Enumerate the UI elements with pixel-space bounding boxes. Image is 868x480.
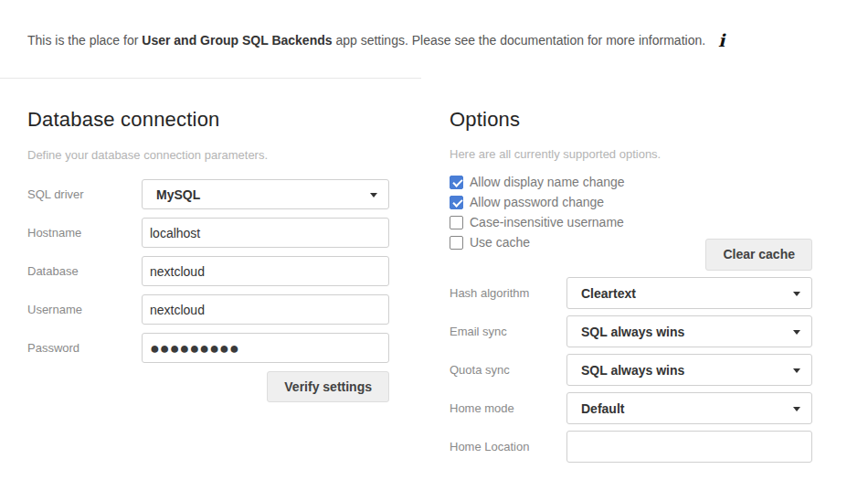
password-label: Password	[27, 341, 142, 355]
chevron-down-icon	[370, 193, 377, 197]
chevron-down-icon	[793, 368, 800, 373]
options-section: Options Here are all currently supported…	[450, 108, 812, 469]
hostname-input[interactable]	[142, 218, 389, 248]
hostname-row: Hostname	[27, 218, 389, 248]
options-form: Hash algorithm Cleartext Email sync SQL …	[450, 277, 812, 463]
database-label: Database	[27, 264, 142, 278]
verify-settings-row: Verify settings	[27, 371, 389, 402]
email-sync-label: Email sync	[450, 325, 566, 338]
checkbox-label: Case-insensitive username	[470, 215, 624, 229]
database-input[interactable]	[142, 256, 389, 286]
chevron-down-icon	[793, 330, 800, 335]
checkbox-label: Use cache	[470, 235, 530, 250]
home-mode-select[interactable]: Default	[566, 392, 812, 424]
hash-algorithm-label: Hash algorithm	[450, 286, 566, 300]
checkbox-icon[interactable]	[450, 176, 463, 189]
email-sync-select[interactable]: SQL always wins	[566, 315, 812, 347]
hash-algorithm-row: Hash algorithm Cleartext	[450, 277, 812, 309]
username-row: Username	[27, 294, 389, 325]
app-description: This is the place for User and Group SQL…	[27, 32, 777, 49]
quota-sync-row: Quota sync SQL always wins	[450, 354, 812, 386]
checkbox-icon[interactable]	[450, 196, 463, 209]
checkbox-icon[interactable]	[450, 236, 463, 250]
hash-algorithm-value: Cleartext	[581, 286, 636, 301]
chevron-down-icon	[793, 407, 800, 411]
clear-cache-button[interactable]: Clear cache	[705, 239, 812, 271]
verify-settings-button[interactable]: Verify settings	[267, 371, 389, 402]
username-label: Username	[27, 303, 142, 316]
hostname-label: Hostname	[27, 226, 142, 240]
sql-driver-row: SQL driver MySQL	[27, 179, 389, 209]
app-description-text-after: app settings. Please see the documentati…	[333, 33, 706, 48]
info-icon[interactable]: i	[718, 32, 725, 49]
checkbox-icon[interactable]	[450, 216, 463, 229]
app-description-text-before: This is the place for	[27, 33, 142, 48]
home-location-input[interactable]	[566, 431, 812, 463]
options-title: Options	[450, 108, 812, 132]
database-connection-section: Database connection Define your database…	[27, 108, 389, 411]
email-sync-row: Email sync SQL always wins	[450, 315, 812, 347]
hash-algorithm-select[interactable]: Cleartext	[566, 277, 812, 309]
home-location-row: Home Location	[450, 431, 812, 463]
checkbox-case-insensitive-username[interactable]: Case-insensitive username	[450, 212, 812, 232]
database-connection-title: Database connection	[27, 108, 389, 132]
quota-sync-select[interactable]: SQL always wins	[566, 354, 812, 386]
email-sync-value: SQL always wins	[581, 325, 684, 339]
username-input[interactable]	[142, 294, 389, 325]
header-divider	[0, 78, 421, 79]
chevron-down-icon	[793, 292, 800, 296]
home-mode-value: Default	[581, 401, 624, 416]
checkbox-allow-password-change[interactable]: Allow password change	[450, 192, 812, 212]
quota-sync-label: Quota sync	[450, 363, 566, 377]
sql-driver-select[interactable]: MySQL	[142, 179, 389, 209]
password-row: Password	[27, 333, 389, 363]
database-form: SQL driver MySQL Hostname Database Usern…	[27, 179, 389, 402]
database-row: Database	[27, 256, 389, 286]
checkbox-label: Allow display name change	[470, 175, 625, 189]
home-mode-label: Home mode	[450, 401, 566, 415]
checkbox-label: Allow password change	[470, 195, 604, 209]
sql-driver-label: SQL driver	[27, 187, 142, 201]
options-subtitle: Here are all currently supported options…	[450, 146, 812, 163]
home-location-label: Home Location	[450, 440, 566, 453]
password-input[interactable]	[142, 333, 389, 363]
quota-sync-value: SQL always wins	[581, 363, 684, 378]
database-connection-subtitle: Define your database connection paramete…	[27, 147, 389, 164]
sql-driver-value: MySQL	[156, 187, 200, 202]
checkbox-allow-display-name-change[interactable]: Allow display name change	[450, 172, 812, 192]
app-name: User and Group SQL Backends	[142, 33, 332, 48]
home-mode-row: Home mode Default	[450, 392, 812, 424]
